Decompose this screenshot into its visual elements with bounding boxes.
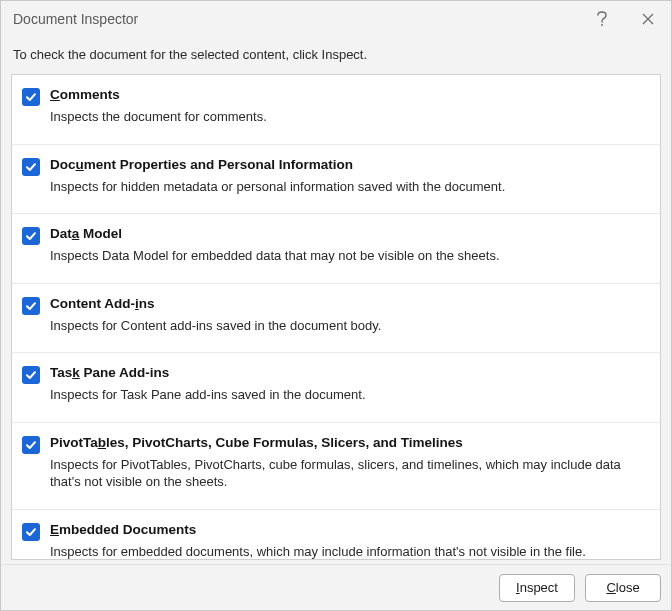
help-icon (596, 11, 608, 27)
inspector-item: PivotTables, PivotCharts, Cube Formulas,… (12, 423, 660, 510)
inspector-item-checkbox[interactable] (22, 297, 40, 315)
inspector-item: Task Pane Add-insInspects for Task Pane … (12, 353, 660, 423)
checkmark-icon (25, 439, 37, 451)
checkmark-icon (25, 526, 37, 538)
inspector-item-text: CommentsInspects the document for commen… (50, 87, 650, 126)
checkmark-icon (25, 91, 37, 103)
instruction-text: To check the document for the selected c… (1, 37, 671, 74)
inspector-item-text: Document Properties and Personal Informa… (50, 157, 650, 196)
inspector-item-checkbox[interactable] (22, 158, 40, 176)
inspector-item-description: Inspects for PivotTables, PivotCharts, c… (50, 456, 650, 491)
inspect-button-label: Inspect (516, 580, 558, 595)
checkmark-icon (25, 161, 37, 173)
inspector-item: CommentsInspects the document for commen… (12, 75, 660, 145)
inspector-item-checkbox[interactable] (22, 88, 40, 106)
inspector-item-description: Inspects the document for comments. (50, 108, 650, 126)
inspector-item-checkbox[interactable] (22, 366, 40, 384)
inspector-item-description: Inspects for Task Pane add-ins saved in … (50, 386, 650, 404)
inspector-item-checkbox[interactable] (22, 436, 40, 454)
titlebar: Document Inspector (1, 1, 671, 37)
inspector-item-title: Data Model (50, 226, 650, 247)
inspector-item-checkbox[interactable] (22, 227, 40, 245)
inspector-item-description: Inspects for Content add-ins saved in th… (50, 317, 650, 335)
inspector-item-text: PivotTables, PivotCharts, Cube Formulas,… (50, 435, 650, 491)
inspect-button[interactable]: Inspect (499, 574, 575, 602)
inspector-item-title: Embedded Documents (50, 522, 650, 543)
close-button[interactable]: Close (585, 574, 661, 602)
inspector-item-title: Document Properties and Personal Informa… (50, 157, 650, 178)
inspector-item-description: Inspects for embedded documents, which m… (50, 543, 650, 559)
inspector-item-description: Inspects for hidden metadata or personal… (50, 178, 650, 196)
close-icon (642, 13, 654, 25)
svg-point-0 (601, 24, 603, 26)
inspector-item: Content Add-insInspects for Content add-… (12, 284, 660, 354)
inspector-item-description: Inspects Data Model for embedded data th… (50, 247, 650, 265)
inspector-item-checkbox[interactable] (22, 523, 40, 541)
inspector-item-text: Embedded DocumentsInspects for embedded … (50, 522, 650, 559)
checkmark-icon (25, 230, 37, 242)
inspector-item-title: PivotTables, PivotCharts, Cube Formulas,… (50, 435, 650, 456)
checkmark-icon (25, 369, 37, 381)
inspector-list: CommentsInspects the document for commen… (11, 74, 661, 560)
document-inspector-dialog: Document Inspector To check the document… (0, 0, 672, 611)
close-window-button[interactable] (625, 1, 671, 37)
inspector-item-title: Content Add-ins (50, 296, 650, 317)
inspector-item-text: Task Pane Add-insInspects for Task Pane … (50, 365, 650, 404)
close-button-label: Close (606, 580, 639, 595)
inspector-item: Embedded DocumentsInspects for embedded … (12, 510, 660, 559)
dialog-footer: Inspect Close (1, 564, 671, 610)
inspector-item-title: Comments (50, 87, 650, 108)
checkmark-icon (25, 300, 37, 312)
help-button[interactable] (579, 1, 625, 37)
inspector-item: Document Properties and Personal Informa… (12, 145, 660, 215)
inspector-item: Data ModelInspects Data Model for embedd… (12, 214, 660, 284)
inspector-item-text: Data ModelInspects Data Model for embedd… (50, 226, 650, 265)
inspector-list-scroll[interactable]: CommentsInspects the document for commen… (12, 75, 660, 559)
dialog-title: Document Inspector (13, 11, 138, 27)
inspector-item-text: Content Add-insInspects for Content add-… (50, 296, 650, 335)
inspector-item-title: Task Pane Add-ins (50, 365, 650, 386)
